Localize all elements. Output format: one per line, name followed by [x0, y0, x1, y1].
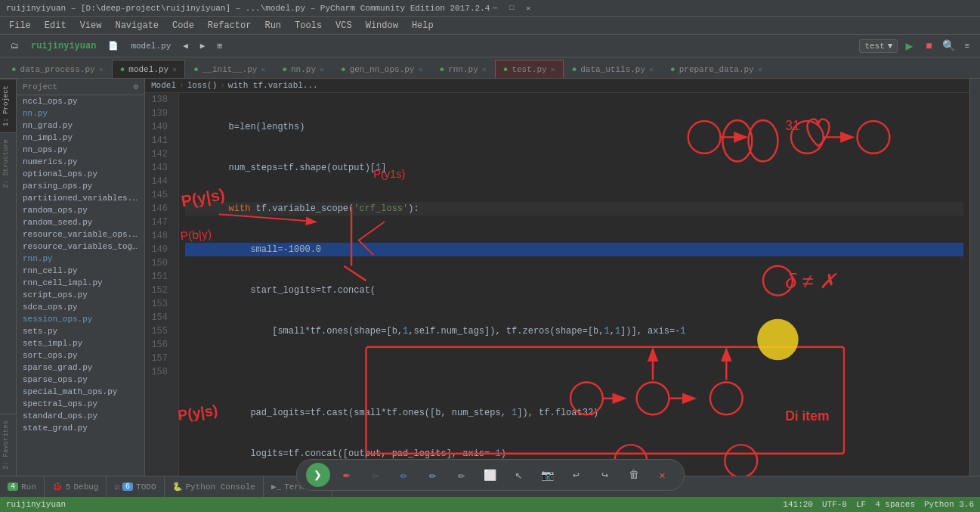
menu-navigate[interactable]: Navigate	[109, 19, 165, 33]
file-standard-ops[interactable]: standard_ops.py	[17, 410, 144, 422]
tab-close-nn[interactable]: ✕	[320, 65, 324, 74]
annotation-close-btn[interactable]: ✕	[651, 463, 675, 487]
minimize-button[interactable]: —	[490, 3, 500, 14]
ln-148: 148	[145, 229, 172, 243]
left-tab-project[interactable]: 1: Project	[0, 79, 16, 132]
tab-nn[interactable]: ● nn.py ✕	[274, 60, 332, 78]
file-optional-ops[interactable]: optional_ops.py	[17, 168, 144, 180]
annotation-pointer-btn[interactable]: ↖	[507, 463, 531, 487]
tab-model[interactable]: ● model.py ✕	[112, 60, 185, 78]
file-nn-grad[interactable]: nn_grad.py	[17, 119, 144, 132]
annotation-pen-dark-btn[interactable]: ✏	[363, 463, 388, 487]
file-resource-var[interactable]: resource_variable_ops.py	[17, 228, 144, 240]
file-sets-impl[interactable]: sets_impl.py	[17, 337, 144, 349]
settings-icon[interactable]: ≡	[960, 38, 974, 54]
file-nn-ops[interactable]: nn_ops.py	[17, 144, 144, 156]
tab-rnn[interactable]: ● rnn.py ✕	[431, 60, 495, 78]
annotation-camera-btn[interactable]: 📷	[536, 463, 560, 487]
run-button[interactable]: ▶	[901, 38, 917, 54]
annotation-eraser-btn[interactable]: ⬜	[478, 463, 502, 487]
file-resource-vars-toggle[interactable]: resource_variables_toggle	[17, 240, 144, 253]
bottom-tab-run[interactable]: 4 Run	[0, 476, 45, 497]
file-sparse-ops[interactable]: sparse_ops.py	[17, 374, 144, 386]
tab-gen-nn-ops[interactable]: ● gen_nn_ops.py ✕	[332, 60, 431, 78]
file-random-seed[interactable]: random_seed.py	[17, 216, 144, 228]
annotation-pen-light-btn[interactable]: ✏	[421, 463, 445, 487]
file-special-math[interactable]: special_math_ops.py	[17, 386, 144, 398]
file-spectral[interactable]: spectral_ops.py	[17, 398, 144, 410]
file-nn[interactable]: nn.py	[17, 107, 144, 119]
file-partitioned[interactable]: partitioned_variables.py	[17, 192, 144, 204]
run-config-selector[interactable]: test ▼	[859, 39, 898, 53]
breadcrumb-model[interactable]: Model	[151, 81, 176, 90]
tab-data-utils[interactable]: ● data_utils.py ✕	[564, 60, 662, 78]
menu-view[interactable]: View	[74, 19, 108, 33]
file-random-ops[interactable]: random_ops.py	[17, 204, 144, 216]
menu-help[interactable]: Help	[406, 19, 440, 33]
search-everywhere-button[interactable]: 🔍	[940, 38, 957, 54]
annotation-forward-btn[interactable]: ❯	[306, 463, 330, 487]
menu-vcs[interactable]: VCS	[329, 19, 358, 33]
file-sets[interactable]: sets.py	[17, 325, 144, 337]
maximize-button[interactable]: □	[506, 3, 517, 14]
annotation-undo-btn[interactable]: ↩	[564, 463, 589, 487]
bottom-tab-debug[interactable]: 🐞 5 Debug	[45, 476, 107, 497]
menu-refactor[interactable]: Refactor	[202, 19, 258, 33]
file-nccl-ops[interactable]: nccl_ops.py	[17, 95, 144, 107]
file-numerics[interactable]: numerics.py	[17, 156, 144, 168]
breadcrumb-scope[interactable]: with tf.variabl...	[228, 81, 318, 90]
tab-close-data-utils[interactable]: ✕	[649, 65, 654, 74]
nav-forward-button[interactable]: ▶	[196, 38, 210, 54]
menu-code[interactable]: Code	[166, 19, 200, 33]
close-button[interactable]: ✕	[523, 3, 533, 14]
annotation-redo-btn[interactable]: ↪	[593, 463, 617, 487]
tab-icon: ●	[193, 65, 199, 74]
nav-back-button[interactable]: ◀	[178, 38, 193, 54]
menu-tools[interactable]: Tools	[289, 19, 328, 33]
stop-button[interactable]: ■	[920, 38, 937, 54]
tab-close-gen-nn-ops[interactable]: ✕	[418, 65, 422, 74]
bottom-tab-python-console[interactable]: 🐍 Python Console	[165, 476, 264, 497]
tab-init[interactable]: ● __init__.py ✕	[185, 60, 274, 78]
file-sparse-grad[interactable]: sparse_grad.py	[17, 362, 144, 374]
file-sdca-ops[interactable]: sdca_ops.py	[17, 301, 144, 313]
tab-test[interactable]: ● test.py ✕	[495, 60, 564, 78]
annotation-pen-red-btn[interactable]: ✒	[335, 463, 359, 487]
tab-data-process[interactable]: ● data_process.py ✕	[3, 60, 112, 78]
bottom-tab-todo[interactable]: ☑ 6 TODO	[107, 476, 164, 497]
code-editor[interactable]: b=len(lengths) num_steps=tf.shape(output…	[179, 93, 969, 476]
file-parsing-ops[interactable]: parsing_ops.py	[17, 180, 144, 192]
menu-run[interactable]: Run	[258, 19, 287, 33]
breadcrumb-loss[interactable]: loss()	[187, 81, 218, 90]
menu-window[interactable]: Window	[360, 19, 404, 33]
file-session-ops[interactable]: session_ops.py	[17, 313, 144, 325]
tab-close-data-process[interactable]: ✕	[99, 65, 104, 74]
left-tab-structure[interactable]: 2: Structure	[0, 132, 16, 194]
tab-icon: ●	[341, 65, 346, 74]
code-container[interactable]: 138 139 140 141 142 143 144 145 146 147 …	[145, 93, 969, 476]
file-rnn-cell-impl[interactable]: rnn_cell_impl.py	[17, 277, 144, 289]
file-rnn-cell[interactable]: rnn_cell.py	[17, 265, 144, 277]
menu-edit[interactable]: Edit	[39, 19, 73, 33]
tab-close-model[interactable]: ✕	[172, 65, 177, 74]
toolbar: 🗂 ruijinyiyuan 📄 model.py ◀ ▶ ⊞ test ▼ ▶…	[0, 35, 980, 57]
file-rnn[interactable]: rnn.py	[17, 253, 144, 265]
file-state-grad[interactable]: state_grad.py	[17, 422, 144, 434]
tab-prepare-data[interactable]: ● prepare_data.py ✕	[662, 60, 771, 78]
annotation-pen-thin-btn[interactable]: ✏	[450, 463, 474, 487]
left-tab-favorites[interactable]: 2: Favorites	[0, 414, 16, 476]
file-sort-ops[interactable]: sort_ops.py	[17, 349, 144, 362]
tab-close-test[interactable]: ✕	[551, 65, 555, 74]
file-nn-impl[interactable]: nn_impl.py	[17, 132, 144, 144]
tab-close-init[interactable]: ✕	[261, 65, 265, 74]
file-script-ops[interactable]: script_ops.py	[17, 289, 144, 301]
terminal-icon: ▶_	[271, 482, 281, 492]
annotation-pen-blue-btn[interactable]: ✏	[392, 463, 416, 487]
menu-file[interactable]: File	[3, 19, 37, 33]
annotation-trash-btn[interactable]: 🗑	[622, 463, 646, 487]
tab-close-prepare-data[interactable]: ✕	[758, 65, 762, 74]
tab-close-rnn[interactable]: ✕	[482, 65, 487, 74]
recent-files-button[interactable]: ⊞	[212, 38, 227, 54]
project-settings-icon[interactable]: ⚙	[133, 82, 138, 92]
ln-157: 157	[145, 352, 172, 365]
